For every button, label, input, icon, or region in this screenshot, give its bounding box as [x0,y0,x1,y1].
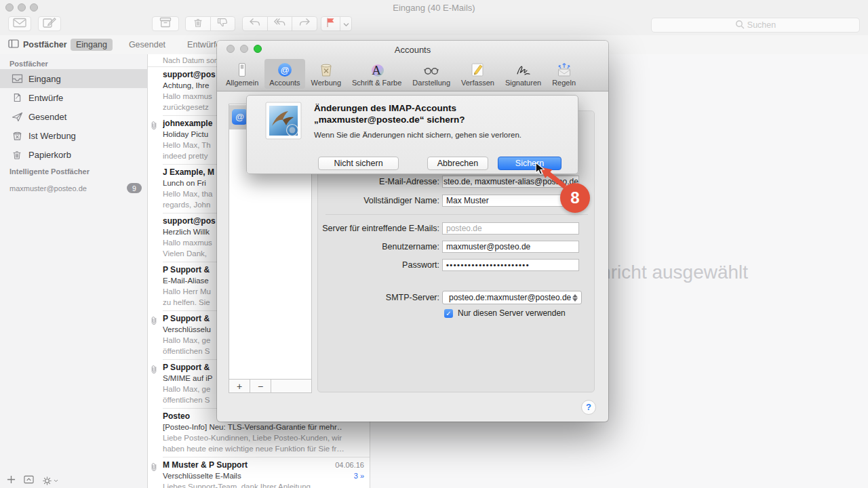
paperclip-icon [151,121,158,133]
account-section-header[interactable]: maxmuster@posteo.de [9,184,87,192]
sidebar-item-eingang[interactable]: Eingang [0,69,148,88]
archive-button[interactable] [152,16,179,31]
prefs-tab-schrift-farbe[interactable]: ASchrift & Farbe [347,59,406,89]
prefs-tab-label: Regeln [552,79,576,87]
dialog-body: Wenn Sie die Änderungen nicht sichern, g… [314,131,521,139]
password-label: Passwort: [264,259,439,271]
prefs-tab-label: Werbung [311,79,341,87]
mailboxes-section-header: Postfächer [9,60,48,68]
message-subject: Verschlüsselte E-Mails [163,472,342,480]
prefs-tab-signaturen[interactable]: Signaturen [500,59,546,89]
username-label: Benutzername: [264,241,439,253]
mailboxes-label: Postfächer [23,40,67,49]
thumbs-down-icon [216,17,229,30]
reply-all-button[interactable] [267,17,292,30]
delete-button[interactable] [186,17,210,30]
junk-icon [11,131,23,141]
sidebar-item-ist-werbung[interactable]: Ist Werbung [0,126,148,145]
search-input[interactable]: Suchen [651,18,860,33]
reply-icon [248,17,261,30]
save-changes-dialog: Änderungen des IMAP-Accounts „maxmuster@… [246,95,578,174]
help-button[interactable]: ? [581,400,596,415]
paperclip-icon [151,365,158,377]
use-only-server-label: Nur diesen Server verwenden [458,308,566,318]
sidebar-item-label: Ist Werbung [28,131,76,141]
message-list-row[interactable]: M Muster & P SupportVerschlüsselte E-Mai… [148,458,370,488]
mailboxes-toggle[interactable]: Postfächer [8,35,67,54]
incoming-server-label: Server für eintreffende E-Mails: [264,222,439,235]
flag-menu-button[interactable] [340,17,351,30]
use-only-server-checkbox[interactable]: ✓ [444,309,453,318]
preferences-window: Accounts Allgemein@AccountsWerbungASchri… [217,41,608,422]
prefs-tab-darstellung[interactable]: Darstellung [408,59,455,89]
screen: Eingang (40 E-Mails) [0,0,868,488]
smart-mailboxes-section-header: Intelligente Postfächer [9,167,90,176]
add-account-button[interactable]: + [229,380,250,392]
unread-count-badge: 9 [127,183,142,193]
trash-junk-group [185,16,235,31]
drafts-icon [11,92,23,103]
reply-all-icon [273,17,286,30]
viewing-icon [422,61,440,78]
preferences-title: Accounts [217,45,608,55]
sidebar-item-papierkorb[interactable]: Papierkorb [0,145,148,164]
paperclip-icon [151,316,158,328]
prefs-tab-verfassen[interactable]: Verfassen [456,59,499,89]
add-mailbox-button[interactable] [7,474,16,487]
forward-button[interactable] [292,17,317,30]
sidebar-item-label: Gesendet [28,112,66,122]
sent-icon [11,112,23,122]
full-name-label: Vollständiger Name: [264,195,439,207]
junk-button[interactable] [210,17,235,30]
account-list-buttons-filler [271,380,311,392]
flag-button[interactable] [321,17,340,30]
inbox-icon [11,74,23,83]
sidebar-item-entw-rfe[interactable]: Entwürfe [0,88,148,107]
action-gear-button[interactable] [42,476,58,486]
sidebar-item-gesendet[interactable]: Gesendet [0,107,148,126]
favorites-tab-gesendet[interactable]: Gesendet [123,39,171,51]
search-placeholder: Suchen [747,20,776,30]
message-filter-button[interactable] [24,474,34,487]
form-separator [326,214,588,215]
rules-icon [555,61,573,78]
popup-stepper-icon[interactable] [570,293,580,302]
flag-group [321,16,352,31]
mail-app-icon [265,102,302,142]
thread-count-link[interactable]: 3 » [354,472,364,480]
reply-button[interactable] [243,17,267,30]
get-mail-button[interactable] [8,16,31,31]
sidebar-item-label: Eingang [28,74,61,84]
smtp-server-popup[interactable]: posteo.de:maxmuster@posteo.de [442,291,582,304]
dialog-title-line1: Änderungen des IMAP-Accounts [314,103,456,113]
compose-button[interactable] [38,16,61,31]
message-preview-line2: haben heute eine wichtige neue Funktion … [163,445,363,453]
compose-icon [43,18,56,30]
paperclip-icon [151,462,158,474]
incoming-server-field[interactable]: posteo.de [442,222,579,235]
prefs-tab-label: Verfassen [461,79,494,87]
email-address-label: E-Mail-Adresse: [264,176,439,188]
prefs-tab-allgemein[interactable]: Allgemein [221,59,263,89]
junk-mail-icon [317,61,335,78]
prefs-tab-werbung[interactable]: Werbung [307,59,346,89]
archive-icon [159,17,172,30]
message-sender: M Muster & P Support [163,460,329,470]
window-title: Eingang (40 E-Mails) [0,3,868,13]
trash-icon [11,150,23,160]
favorites-tab-eingang[interactable]: Eingang [71,39,113,51]
accounts-icon: @ [276,61,294,78]
general-icon [233,61,251,78]
password-field[interactable]: ••••••••••••••••••••••• [442,259,579,271]
remove-account-button[interactable]: − [250,380,271,392]
prefs-tab-regeln[interactable]: Regeln [547,59,580,89]
composing-icon [469,61,486,78]
prefs-tab-accounts[interactable]: @Accounts [264,59,304,89]
username-field[interactable]: maxmuster@posteo.de [442,241,579,253]
preferences-toolbar: Allgemein@AccountsWerbungASchrift & Farb… [221,59,580,89]
chevron-down-icon [343,18,349,30]
nicht-sichern-button[interactable]: Nicht sichern [318,157,399,170]
search-icon [735,20,745,31]
abbrechen-button[interactable]: Abbrechen [427,157,488,170]
reply-group [242,16,317,31]
